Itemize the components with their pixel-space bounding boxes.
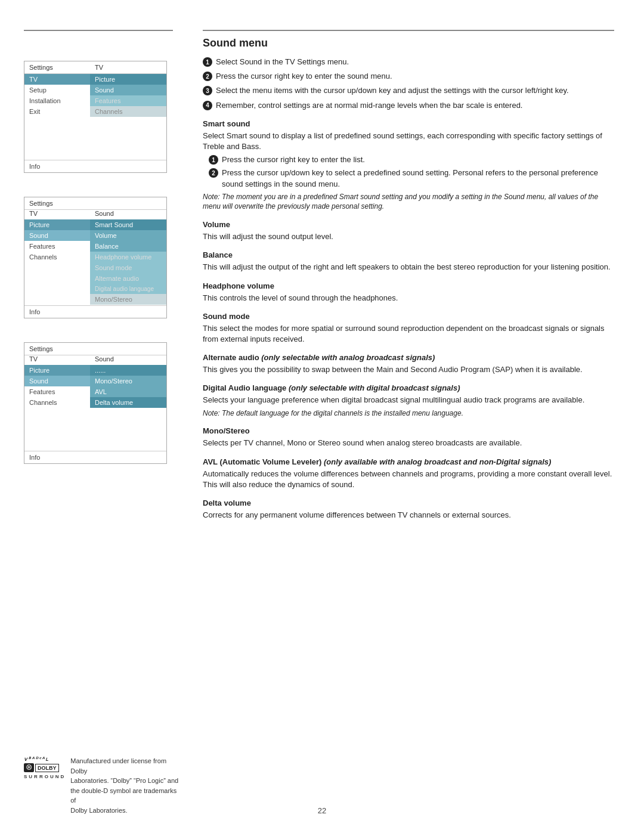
menu-item-picture-left-2[interactable]: Picture xyxy=(24,219,90,230)
menu-item-balance-2[interactable]: Balance xyxy=(90,241,166,252)
menu-item-delta-3[interactable]: Delta volume xyxy=(90,397,166,408)
menu-header-2: Settings xyxy=(24,197,166,210)
left-column: Settings TV TV Setup Installation Exit P… xyxy=(0,18,191,815)
delta-volume-title: Delta volume xyxy=(203,498,614,507)
menu-right-2: Smart Sound Volume Balance Headphone vol… xyxy=(90,219,166,305)
page-footer: ᴠᴮᴬᴰᶜᴬʟ Ⓗ DOLBY SURROUND Manufactured un… xyxy=(24,756,179,815)
virtual-surround-logo: ᴠᴮᴬᴰᶜᴬʟ xyxy=(24,756,66,762)
menu-right-3: ...... Mono/Stereo AVL Delta volume xyxy=(90,365,166,451)
footer-line2: Laboratories. “Dolby” “Pro Logic” and xyxy=(70,777,178,784)
menu-box-1: Settings TV TV Setup Installation Exit P… xyxy=(24,61,167,173)
menu-item-empty-1 xyxy=(24,117,90,128)
section-balance: Balance This will adjust the output of t… xyxy=(203,250,614,272)
section-delta-volume: Delta volume Corrects for any permanent … xyxy=(203,498,614,521)
menu-subheader-tv-2: TV xyxy=(29,210,95,217)
circle-num-4: 4 xyxy=(203,101,212,110)
digital-audio-body: Selects your language preference when di… xyxy=(203,395,614,405)
circle-num-3: 3 xyxy=(203,86,212,95)
section-digital-audio: Digital Audio language (only selectable … xyxy=(203,383,614,418)
menu-item-features-1[interactable]: Features xyxy=(90,95,166,106)
menu-subheader-3: TV Sound xyxy=(24,355,166,365)
menu-item-installation[interactable]: Installation xyxy=(24,95,90,106)
menu-left-3: Picture Sound Features Channels xyxy=(24,365,90,451)
intro-text-4: Remember, control settings are at normal… xyxy=(216,100,614,111)
intro-items: 1 Select Sound in the TV Settings menu. … xyxy=(203,57,614,111)
menu-header-settings-1: Settings xyxy=(29,64,95,71)
intro-item-2: 2 Press the cursor right key to enter th… xyxy=(203,71,614,82)
footer-logos: ᴠᴮᴬᴰᶜᴬʟ Ⓗ DOLBY SURROUND xyxy=(24,756,66,779)
menu-item-sound-1[interactable]: Sound xyxy=(90,85,166,95)
menu-footer-1: Info xyxy=(24,160,166,172)
digital-audio-title-bold: Digital Audio language xyxy=(203,383,286,392)
menu-item-channels-1[interactable]: Channels xyxy=(90,106,166,117)
menu-item-empty-r4 xyxy=(90,149,166,160)
menu-item-avl-3[interactable]: AVL xyxy=(90,386,166,397)
footer-line3: the double-D symbol are trademarks of xyxy=(70,787,177,804)
menu-subheader-2: TV Sound xyxy=(24,210,166,219)
menu-item-sound-left-2[interactable]: Sound xyxy=(24,230,90,241)
menu-item-sound-left-3[interactable]: Sound xyxy=(24,376,90,386)
volume-title: Volume xyxy=(203,220,614,229)
menu-item-digital-audio-2[interactable]: Digital audio language xyxy=(90,284,166,294)
menu-item-exit[interactable]: Exit xyxy=(24,106,90,117)
section-smart-sound: Smart sound Select Smart sound to displa… xyxy=(203,119,614,212)
menu-item-dots-3[interactable]: ...... xyxy=(90,365,166,376)
menu-item-picture-1[interactable]: Picture xyxy=(90,74,166,85)
menu-header-settings-3: Settings xyxy=(29,345,95,352)
intro-item-4: 4 Remember, control settings are at norm… xyxy=(203,100,614,111)
right-column: Sound menu 1 Select Sound in the TV Sett… xyxy=(191,18,644,815)
section-headphone: Headphone volume This controls the level… xyxy=(203,281,614,304)
menu-subheader-sound-2: Sound xyxy=(95,210,162,217)
avl-title: AVL (Automatic Volume Leveler) (only ava… xyxy=(203,457,614,466)
digital-audio-title: Digital Audio language (only selectable … xyxy=(203,383,614,392)
menu-item-empty-3 xyxy=(24,138,90,149)
circle-num-1: 1 xyxy=(203,57,212,67)
smart-sound-sub-2: 2 Press the cursor up/down key to select… xyxy=(203,168,614,189)
ss-circle-2: 2 xyxy=(209,168,218,178)
top-divider xyxy=(24,30,173,31)
menu-right-1: Picture Sound Features Channels xyxy=(90,74,166,160)
menu-item-empty-r3 xyxy=(90,138,166,149)
delta-volume-body: Corrects for any permanent volume differ… xyxy=(203,510,614,521)
section-sound-mode: Sound mode This select the modes for mor… xyxy=(203,312,614,345)
digital-audio-note: Note: The default language for the digit… xyxy=(203,408,614,419)
smart-sound-body: Select Smart sound to display a list of … xyxy=(203,131,614,152)
menu-item-alt-audio-2[interactable]: Alternate audio xyxy=(90,273,166,284)
menu-item-features-left-3[interactable]: Features xyxy=(24,386,90,397)
menu-item-smart-sound[interactable]: Smart Sound xyxy=(90,219,166,230)
menu-item-soundmode-2[interactable]: Sound mode xyxy=(90,262,166,273)
menu-header-1: Settings TV xyxy=(24,61,166,74)
avl-title-italic: (only available with analog broadcast an… xyxy=(321,457,551,466)
surround-label: SURROUND xyxy=(24,774,66,779)
avl-body: Automatically reduces the volume differe… xyxy=(203,469,614,490)
alt-audio-title-italic: (only selectable with analog broadcast s… xyxy=(259,353,435,362)
intro-text-1: Select Sound in the TV Settings menu. xyxy=(216,57,614,67)
smart-sound-note: Note: The moment you are in a predefined… xyxy=(203,192,614,212)
section-volume: Volume This will adjust the sound output… xyxy=(203,220,614,242)
menu-header-settings-2: Settings xyxy=(29,200,95,207)
menu-item-picture-left-3[interactable]: Picture xyxy=(24,365,90,376)
dolby-logo: Ⓗ DOLBY xyxy=(24,763,66,772)
menu-item-empty-2 xyxy=(24,128,90,138)
menu-item-setup[interactable]: Setup xyxy=(24,85,90,95)
menu-footer-2: Info xyxy=(24,305,166,318)
menu-item-volume-2[interactable]: Volume xyxy=(90,230,166,241)
right-top-divider xyxy=(203,30,614,31)
menu-item-tv[interactable]: TV xyxy=(24,74,90,85)
footer-text: Manufactured under license from Dolby La… xyxy=(70,756,179,815)
avl-title-bold: AVL (Automatic Volume Leveler) xyxy=(203,457,321,466)
ss-text-2: Press the cursor up/down key to select a… xyxy=(222,168,614,189)
intro-text-3: Select the menu items with the cursor up… xyxy=(216,85,614,96)
menu-item-channels-left-3[interactable]: Channels xyxy=(24,397,90,408)
menu-item-channels-left-2[interactable]: Channels xyxy=(24,252,90,262)
menu-subheader-sound-3: Sound xyxy=(95,355,162,363)
menu-item-headphone-2[interactable]: Headphone volume xyxy=(90,252,166,262)
menu-item-mono-3[interactable]: Mono/Stereo xyxy=(90,376,166,386)
menu-item-features-left-2[interactable]: Features xyxy=(24,241,90,252)
menu-item-mono-stereo-2[interactable]: Mono/Stereo xyxy=(90,294,166,305)
menu-box-2: Settings TV Sound Picture Sound Features… xyxy=(24,197,167,318)
menu-left-1: TV Setup Installation Exit xyxy=(24,74,90,160)
menu-header-tv-1: TV xyxy=(95,64,162,71)
menu-item-empty-r2 xyxy=(90,128,166,138)
balance-title: Balance xyxy=(203,250,614,259)
